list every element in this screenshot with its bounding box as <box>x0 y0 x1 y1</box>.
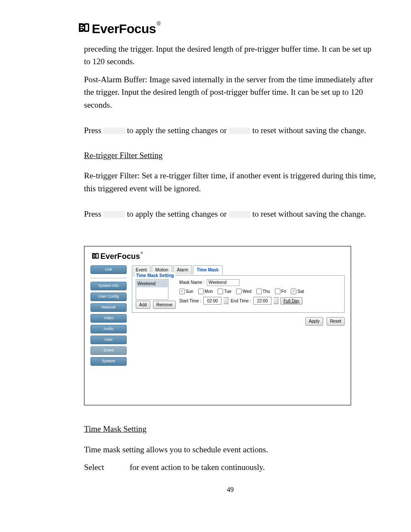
checkbox-icon <box>198 289 204 294</box>
tab-time-mask[interactable]: Time Mask <box>193 265 223 274</box>
mask-listbox[interactable]: Weekend <box>136 279 168 300</box>
sidebar-item-event[interactable]: Event <box>90 346 127 355</box>
body-paragraph: preceding the trigger. Input the desired… <box>84 43 377 68</box>
sidebar-item-system-info[interactable]: System Info <box>90 282 127 290</box>
logo-mark-icon <box>90 252 100 261</box>
checkbox-wed[interactable]: Wed <box>236 288 251 295</box>
reset-placeholder <box>229 211 250 218</box>
main-panel: Event Motion Alarm Time Mask Time Mask S… <box>132 265 345 326</box>
checkbox-icon <box>218 289 223 294</box>
page-number: 49 <box>84 486 377 494</box>
sidebar-item-audio[interactable]: Audio <box>90 325 127 333</box>
checkbox-icon <box>256 289 262 294</box>
text: for event action to be taken continuousl… <box>128 463 265 472</box>
body-paragraph: Select for event action to be taken cont… <box>84 461 377 473</box>
apply-placeholder <box>103 128 125 134</box>
svg-rect-1 <box>85 25 88 31</box>
sidebar-item-user-config[interactable]: User Config <box>90 292 127 301</box>
checkbox-thu[interactable]: Thu <box>256 288 270 295</box>
checkbox-sat[interactable]: Sat <box>291 288 304 295</box>
remove-button[interactable]: Remove <box>153 301 176 309</box>
days-row: Sun Mon Tue Wed Thu Fri Sat <box>179 288 306 295</box>
section-heading: Re-trigger Filter Setting <box>84 149 377 162</box>
text: to reset without saving the change. <box>250 126 366 135</box>
reset-placeholder <box>229 128 250 134</box>
mask-name-input[interactable] <box>207 279 240 286</box>
list-item[interactable]: Weekend <box>137 280 168 288</box>
logo: EverFocus ® <box>76 22 377 36</box>
text: to reset without saving the change. <box>250 209 366 218</box>
checkbox-icon <box>275 289 280 294</box>
text: Press <box>84 126 103 135</box>
checkbox-icon <box>236 289 242 294</box>
sidebar-item-system[interactable]: System <box>90 357 127 366</box>
mask-name-label: Mask Name : <box>179 279 205 286</box>
spinner-icon[interactable] <box>224 297 228 304</box>
press-line: Press to apply the setting changes or to… <box>84 124 377 137</box>
sidebar-item-video[interactable]: Video <box>90 314 127 323</box>
checkbox-fri[interactable]: Fri <box>275 288 286 295</box>
sidebar-item-network[interactable]: Network <box>90 303 127 312</box>
full-day-button[interactable]: Full Day <box>280 297 302 305</box>
start-time-label: Start Time : <box>179 298 201 305</box>
body-paragraph: Post-Alarm Buffer: Image saved internall… <box>84 73 377 111</box>
divider <box>90 278 127 278</box>
checkbox-icon <box>179 289 185 294</box>
body-paragraph: Re-trigger Filter: Set a re-trigger filt… <box>84 169 377 195</box>
logo-text: EverFocus <box>100 251 140 263</box>
end-time-label: End Time : <box>230 298 251 305</box>
tab-alarm[interactable]: Alarm <box>173 265 192 274</box>
svg-rect-3 <box>97 254 98 258</box>
ss-logo: EverFocus ® <box>90 251 345 263</box>
embedded-screenshot: EverFocus ® Live System Info User Config… <box>84 246 351 405</box>
checkbox-sun[interactable]: Sun <box>179 288 193 295</box>
apply-button[interactable]: Apply <box>305 317 323 326</box>
spinner-icon[interactable] <box>274 297 278 304</box>
section-heading: Time Mask Setting <box>84 423 377 435</box>
body-paragraph: Time mask setting allows you to schedule… <box>84 443 377 456</box>
add-button[interactable]: Add <box>136 301 150 309</box>
text: Press <box>84 209 103 218</box>
sidebar: Live System Info User Config Network Vid… <box>90 265 127 367</box>
time-mask-fieldset: Time Mask Setting Weekend Add Remove <box>132 275 345 313</box>
text: Select <box>84 463 106 472</box>
press-line: Press to apply the setting changes or to… <box>84 208 377 220</box>
apply-placeholder <box>103 211 125 218</box>
end-time-input[interactable] <box>253 297 271 305</box>
reset-button[interactable]: Reset <box>327 317 345 326</box>
checkbox-icon <box>291 289 296 294</box>
checkbox-tue[interactable]: Tue <box>218 288 231 295</box>
text: to apply the setting changes or <box>125 126 229 135</box>
logo-registered: ® <box>157 21 161 27</box>
logo-text: EverFocus <box>92 22 156 36</box>
start-time-input[interactable] <box>203 297 221 305</box>
text: to apply the setting changes or <box>125 209 229 218</box>
logo-mark-icon <box>76 22 91 36</box>
checkbox-mon[interactable]: Mon <box>198 288 213 295</box>
sidebar-item-user[interactable]: User <box>90 336 127 344</box>
logo-registered: ® <box>140 251 143 256</box>
fieldset-legend: Time Mask Setting <box>135 272 175 279</box>
sidebar-item-live[interactable]: Live <box>90 265 127 274</box>
